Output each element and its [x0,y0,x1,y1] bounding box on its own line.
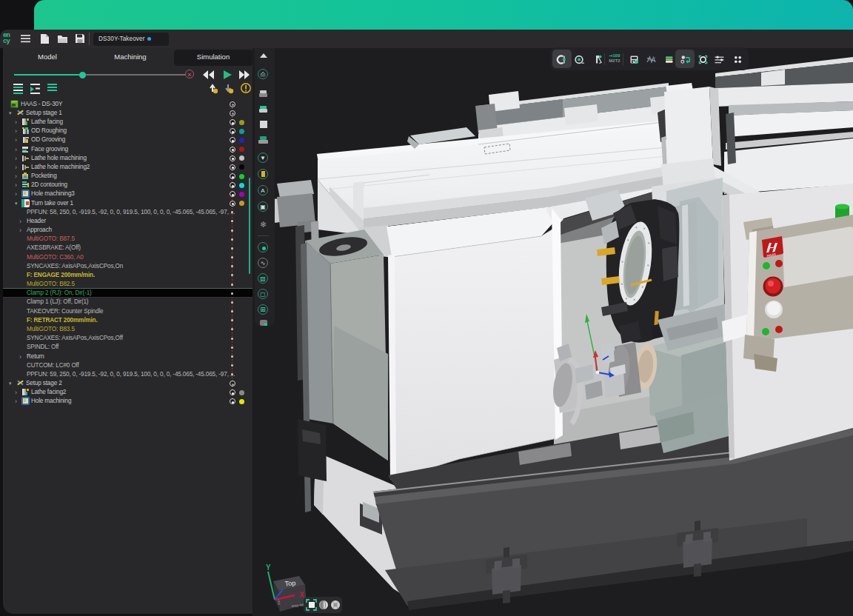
svg-text:Top: Top [284,579,295,587]
svg-text:Y: Y [266,563,271,572]
